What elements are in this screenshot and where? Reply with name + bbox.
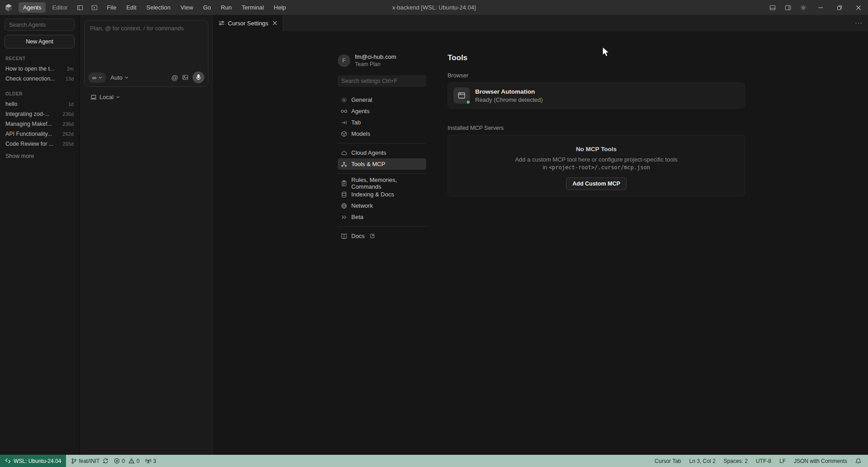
account-plan: Team Plan <box>355 61 396 67</box>
agent-list-item[interactable]: Check connection... 13d <box>5 74 75 84</box>
mcp-desc-line1: Add a custom MCP tool here or configure … <box>515 156 678 163</box>
clipboard-icon <box>341 180 347 186</box>
infinity-icon <box>341 108 347 114</box>
nav-item-tools-mcp[interactable]: Tools & MCP <box>338 158 426 170</box>
model-label: Auto <box>110 74 123 81</box>
new-agent-button[interactable]: New Agent <box>5 35 75 48</box>
mcp-section-label: Installed MCP Servers <box>448 125 745 131</box>
settings-gear-icon[interactable] <box>796 0 811 15</box>
search-agents-input[interactable] <box>5 19 75 31</box>
toggle-right-panel-icon[interactable] <box>780 0 796 15</box>
git-branch-status[interactable]: feat/INIT <box>68 458 111 464</box>
toggle-left-panel-icon[interactable] <box>74 3 86 13</box>
agent-time: 265d <box>63 141 74 147</box>
account-email: fm@ci-hub.com <box>355 53 396 60</box>
model-selector[interactable]: Auto <box>110 74 128 81</box>
settings-nav-list: General Agents Tab <box>338 94 426 242</box>
tab-arrow-icon <box>341 119 347 126</box>
eol-status[interactable]: LF <box>777 458 788 464</box>
agents-sidebar: New Agent RECENT How to open the t... 2m… <box>0 15 80 455</box>
agent-list-item[interactable]: Code Review for ... 265d <box>5 139 75 149</box>
external-link-icon <box>370 234 375 238</box>
close-button[interactable] <box>849 0 868 15</box>
remote-indicator[interactable]: WSL: Ubuntu-24.04 <box>0 455 66 467</box>
show-more-link[interactable]: Show more <box>5 152 75 161</box>
attach-image-icon[interactable] <box>182 74 189 81</box>
agent-list-item[interactable]: hello 1d <box>5 99 75 109</box>
nav-label: Tab <box>351 119 361 126</box>
tab-bar: Cursor Settings ··· <box>212 15 868 31</box>
agent-list-item[interactable]: Managing Makef... 236d <box>5 119 75 129</box>
nav-label: Tools & MCP <box>351 161 385 167</box>
encoding-status[interactable]: UTF-8 <box>754 458 774 464</box>
git-branch-icon <box>71 458 77 464</box>
menu-view[interactable]: View <box>176 2 197 13</box>
menu-go[interactable]: Go <box>199 2 215 13</box>
agent-mode-pill[interactable]: ∞ <box>88 72 106 83</box>
agent-list-item[interactable]: Integrating zod-... 236d <box>5 109 75 119</box>
editor-area: Cursor Settings ··· F fm@ci-hub.com Team… <box>212 15 868 455</box>
error-count: 0 <box>122 458 125 464</box>
status-bar-right: Cursor Tab Ln 3, Col 2 Spaces: 2 UTF-8 L… <box>652 458 868 464</box>
browser-automation-card[interactable]: Browser Automation Ready (Chrome detecte… <box>448 82 745 109</box>
warning-count: 0 <box>137 458 140 464</box>
voice-input-button[interactable] <box>193 71 204 83</box>
nav-item-models[interactable]: Models <box>338 128 426 139</box>
sync-icon <box>103 458 108 464</box>
ports-status[interactable]: 3 <box>142 458 159 464</box>
toggle-bottom-panel-icon[interactable] <box>765 0 780 15</box>
nav-item-cloud-agents[interactable]: Cloud Agents <box>338 147 426 158</box>
toggle-agent-panel-icon[interactable] <box>88 3 101 13</box>
mode-tab-agents[interactable]: Agents <box>19 2 46 13</box>
nav-item-docs[interactable]: Docs <box>338 230 426 242</box>
notifications-bell[interactable] <box>853 458 863 464</box>
restore-button[interactable] <box>830 0 849 15</box>
remote-label: WSL: Ubuntu-24.04 <box>14 458 61 464</box>
menu-help[interactable]: Help <box>270 2 290 13</box>
problems-status[interactable]: 0 0 <box>111 458 142 464</box>
nav-item-network[interactable]: Network <box>338 200 426 211</box>
menu-edit[interactable]: Edit <box>122 2 140 13</box>
indentation-status[interactable]: Spaces: 2 <box>722 458 750 464</box>
chevron-down-icon <box>125 76 128 79</box>
editor-more-actions[interactable]: ··· <box>855 19 863 26</box>
tab-cursor-settings[interactable]: Cursor Settings <box>212 15 283 31</box>
nav-item-beta[interactable]: Beta <box>338 211 426 223</box>
nav-item-tab[interactable]: Tab <box>338 117 426 128</box>
minimize-button[interactable] <box>811 0 830 15</box>
nav-item-agents[interactable]: Agents <box>338 105 426 117</box>
divider <box>338 226 426 227</box>
menu-terminal[interactable]: Terminal <box>237 2 268 13</box>
mode-tab-editor[interactable]: Editor <box>47 2 72 13</box>
menu-run[interactable]: Run <box>217 2 236 13</box>
language-mode-status[interactable]: JSON with Comments <box>792 458 849 464</box>
menu-file[interactable]: File <box>103 2 120 13</box>
nav-item-indexing-docs[interactable]: Indexing & Docs <box>338 189 426 200</box>
page-title: Tools <box>448 53 745 62</box>
environment-selector[interactable]: Local <box>90 94 208 100</box>
nav-label: Beta <box>351 214 363 220</box>
nav-item-rules[interactable]: Rules, Memories, Commands <box>338 177 426 189</box>
cube-icon <box>341 131 347 137</box>
mention-context-button[interactable]: @ <box>171 74 178 81</box>
chat-panel: ∞ Auto @ <box>80 15 212 455</box>
tab-close-icon[interactable] <box>272 20 278 26</box>
title-bar-right <box>765 0 868 15</box>
cursor-logo-icon <box>4 3 13 12</box>
divider <box>338 143 426 143</box>
chat-input[interactable] <box>90 25 203 68</box>
chevron-down-icon <box>116 96 120 98</box>
nav-item-general[interactable]: General <box>338 94 426 105</box>
agent-list-item[interactable]: API Functionality... 262d <box>5 129 75 139</box>
warnings-icon <box>128 458 135 464</box>
settings-search-input[interactable] <box>338 75 426 87</box>
agent-list-item[interactable]: How to open the t... 2m <box>5 64 75 74</box>
nav-label: Docs <box>351 233 365 239</box>
cursor-position-status[interactable]: Ln 3, Col 2 <box>687 458 718 464</box>
settings-nav: F fm@ci-hub.com Team Plan General <box>338 53 426 242</box>
add-custom-mcp-button[interactable]: Add Custom MCP <box>566 177 627 190</box>
agent-title: How to open the t... <box>5 66 54 72</box>
menu-selection[interactable]: Selection <box>142 2 175 13</box>
agent-title: API Functionality... <box>5 131 52 137</box>
cursor-tab-status[interactable]: Cursor Tab <box>652 458 683 464</box>
